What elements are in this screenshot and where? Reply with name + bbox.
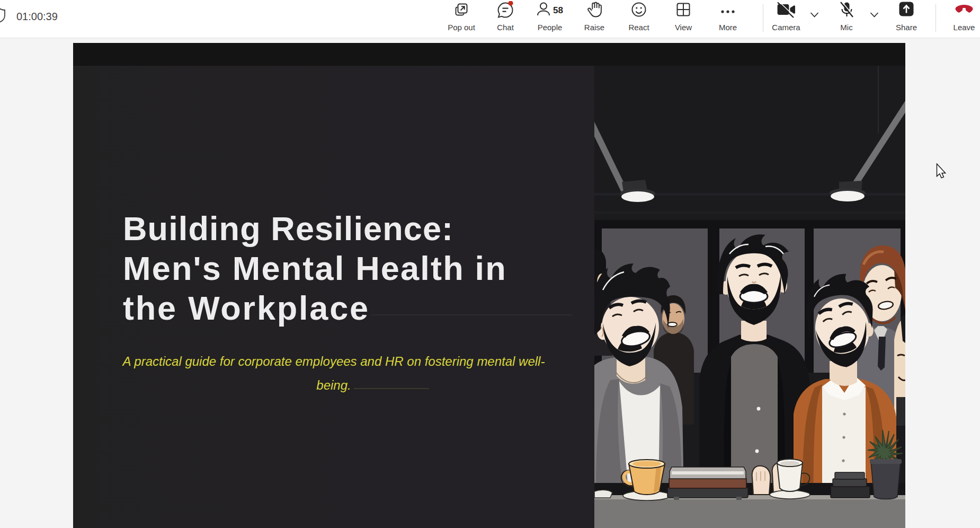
svg-text:58: 58 xyxy=(553,5,563,15)
